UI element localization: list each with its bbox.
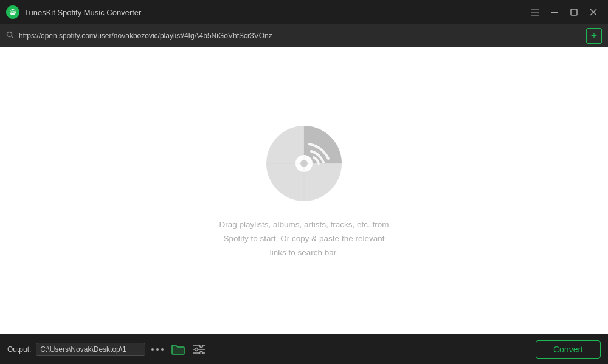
svg-point-8 [7, 32, 12, 36]
svg-point-16 [156, 348, 159, 351]
maximize-button[interactable] [565, 4, 582, 21]
folder-button[interactable] [170, 341, 187, 358]
svg-rect-1 [531, 9, 539, 10]
svg-line-9 [12, 36, 13, 38]
output-path: C:\Users\Novak\Desktop\1 [36, 343, 145, 356]
convert-button[interactable]: Convert [536, 340, 601, 359]
menu-button[interactable] [527, 4, 544, 21]
svg-rect-3 [531, 15, 539, 16]
svg-point-22 [195, 348, 198, 351]
drop-instruction-text: Drag playlists, albums, artists, tracks,… [219, 218, 389, 260]
svg-rect-2 [531, 12, 539, 13]
close-button[interactable] [585, 4, 602, 21]
output-label: Output: [7, 345, 31, 354]
search-icon [6, 31, 14, 41]
minimize-button[interactable] [546, 4, 563, 21]
main-content: Drag playlists, albums, artists, tracks,… [0, 47, 608, 334]
svg-point-17 [161, 348, 164, 351]
bottom-bar: Output: C:\Users\Novak\Desktop\1 [0, 334, 608, 364]
app-logo [6, 5, 19, 19]
window-controls [527, 4, 602, 21]
svg-rect-5 [571, 9, 577, 15]
app-title: TunesKit Spotify Music Converter [24, 8, 527, 17]
svg-point-23 [200, 351, 203, 354]
drop-area: Drag playlists, albums, artists, tracks,… [219, 121, 389, 260]
svg-rect-4 [551, 12, 558, 13]
bottom-action-buttons [149, 341, 207, 358]
search-bar: + [0, 24, 608, 47]
svg-point-21 [200, 345, 203, 348]
add-button[interactable]: + [586, 28, 602, 44]
format-settings-button[interactable] [190, 341, 207, 358]
search-input[interactable] [19, 32, 586, 40]
browse-button[interactable] [149, 341, 166, 358]
app-window: TunesKit Spotify Music Converter [0, 0, 608, 364]
svg-point-15 [151, 348, 154, 351]
disc-icon [261, 121, 347, 206]
title-bar: TunesKit Spotify Music Converter [0, 0, 608, 24]
